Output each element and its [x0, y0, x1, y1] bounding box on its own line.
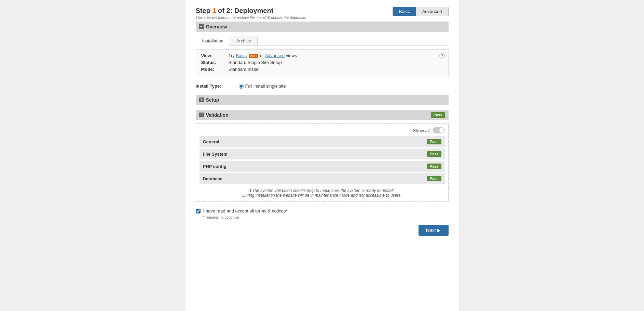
- validation-note-line2: During installation the website will be …: [200, 193, 445, 198]
- show-all-label: Show all: [413, 128, 429, 133]
- general-pass-badge: Pass: [427, 139, 441, 144]
- step-number: 1: [212, 7, 216, 14]
- setup-section-header[interactable]: + Setup: [196, 95, 449, 105]
- status-label: Status:: [201, 60, 229, 65]
- install-type-label: Install Type:: [196, 83, 233, 89]
- setup-section: + Setup: [196, 95, 449, 105]
- accept-row: I have read and accept all terms & notic…: [196, 208, 449, 213]
- php-label: PHP config: [203, 164, 227, 169]
- validation-section: − Validation Pass Show all General Pass …: [196, 110, 449, 202]
- basic-button[interactable]: Basic: [393, 7, 416, 16]
- help-icon[interactable]: ?: [439, 53, 445, 59]
- database-pass-badge: Pass: [427, 176, 441, 181]
- header-row: Step 1 of 2: Deployment This step will e…: [196, 7, 449, 20]
- accept-checkbox[interactable]: [196, 209, 201, 213]
- footer-section: I have read and accept all terms & notic…: [196, 208, 449, 236]
- status-row: Status: Standard Single Site Setup: [201, 60, 443, 65]
- validation-content: Show all General Pass File System Pass P…: [196, 124, 449, 202]
- php-pass-badge: Pass: [427, 164, 441, 169]
- overview-section: − Overview Installation Archive ? View: …: [196, 22, 449, 89]
- show-all-row: Show all: [200, 127, 445, 133]
- required-note: * required to continue: [203, 215, 449, 219]
- validation-item-database[interactable]: Database Pass: [200, 173, 445, 184]
- pro-badge: PRO: [249, 54, 258, 58]
- overview-title: Overview: [206, 24, 227, 29]
- validation-item-general[interactable]: General Pass: [200, 136, 445, 147]
- mode-value: Standard Install: [229, 67, 259, 72]
- page-title: Step 1 of 2: Deployment: [196, 7, 306, 15]
- validation-item-php[interactable]: PHP config Pass: [200, 161, 445, 172]
- validation-item-filesystem[interactable]: File System Pass: [200, 148, 445, 159]
- tab-archive[interactable]: Archive: [230, 36, 258, 46]
- overview-collapse-icon: −: [199, 24, 204, 29]
- full-install-radio[interactable]: [239, 84, 244, 89]
- filesystem-label: File System: [203, 152, 228, 157]
- validation-header[interactable]: − Validation Pass: [196, 110, 449, 120]
- page-subtitle: This step will extract the archive file,…: [196, 15, 306, 20]
- overview-section-header[interactable]: − Overview: [196, 22, 449, 32]
- view-label: View:: [201, 53, 229, 58]
- view-toggle: Basic Advanced: [393, 7, 449, 16]
- validation-note: ℹ The system validation checks help to m…: [200, 188, 445, 198]
- terms-link[interactable]: terms & notices: [255, 208, 286, 213]
- filesystem-pass-badge: Pass: [427, 151, 441, 157]
- page-wrapper: Step 1 of 2: Deployment This step will e…: [186, 0, 459, 311]
- general-label: General: [203, 139, 219, 144]
- title-suffix: of 2: Deployment: [216, 7, 274, 14]
- status-value: Standard Single Site Setup: [229, 60, 282, 65]
- validation-title: Validation: [206, 112, 229, 118]
- title-block: Step 1 of 2: Deployment This step will e…: [196, 7, 306, 20]
- install-type-row: Install Type: Full install single site: [196, 83, 449, 89]
- next-btn-row: Next ▶: [196, 225, 449, 236]
- setup-expand-icon: +: [199, 98, 204, 102]
- database-label: Database: [203, 176, 223, 181]
- mode-row: Mode: Standard Install: [201, 67, 443, 72]
- full-install-option: Full install single site: [239, 83, 286, 89]
- advanced-link[interactable]: Advanced: [265, 53, 285, 58]
- tab-installation[interactable]: Installation: [196, 36, 230, 46]
- validation-note-line1: ℹ The system validation checks help to m…: [200, 188, 445, 193]
- mode-label: Mode:: [201, 67, 229, 72]
- show-all-toggle[interactable]: [433, 127, 445, 133]
- info-box: ? View: Try Basic PRO or Advanced views …: [196, 49, 449, 77]
- validation-collapse-icon: −: [199, 113, 204, 117]
- basic-link[interactable]: Basic: [236, 53, 247, 58]
- view-value: Try Basic PRO or Advanced views: [229, 53, 297, 58]
- view-row: View: Try Basic PRO or Advanced views: [201, 53, 443, 58]
- title-prefix: Step: [196, 7, 213, 14]
- info-icon: ℹ: [249, 188, 251, 193]
- validation-pass-badge: Pass: [431, 112, 445, 118]
- overview-tabs: Installation Archive: [196, 36, 449, 46]
- accept-text: I have read and accept all terms & notic…: [203, 208, 288, 213]
- advanced-button[interactable]: Advanced: [416, 7, 448, 16]
- validation-header-left: − Validation: [199, 112, 229, 118]
- next-button[interactable]: Next ▶: [419, 225, 449, 236]
- setup-title: Setup: [206, 97, 219, 103]
- full-install-label: Full install single site: [245, 83, 286, 89]
